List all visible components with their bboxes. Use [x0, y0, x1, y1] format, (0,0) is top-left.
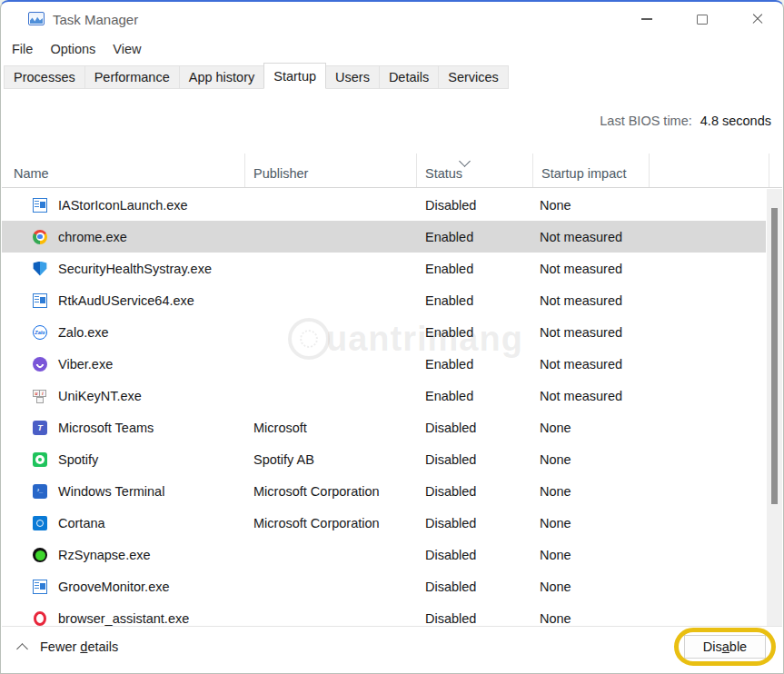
impact-cell: None — [533, 516, 650, 530]
impact-cell: Not measured — [533, 325, 650, 340]
table-row[interactable]: GrooveMonitor.exe Disabled None — [2, 570, 766, 602]
tab-strip: Processes Performance App history Startu… — [5, 63, 509, 89]
impact-cell: Not measured — [533, 389, 650, 403]
menu-options[interactable]: Options — [50, 42, 95, 56]
menu-file[interactable]: File — [12, 42, 33, 56]
startup-item-name: RtkAudUService64.exe — [58, 293, 194, 308]
table-row[interactable]: RtkAudUService64.exe Enabled Not measure… — [2, 284, 766, 316]
column-header-publisher-label: Publisher — [253, 166, 308, 181]
table-row[interactable]: UniKeyNT.exe Enabled Not measured — [2, 380, 766, 411]
last-bios-value: 4.8 seconds — [700, 114, 771, 128]
security-shield-icon — [33, 262, 47, 276]
status-cell: Disabled — [417, 580, 533, 594]
footer-bar: Fewer details Disable — [2, 626, 782, 672]
impact-cell: None — [533, 452, 650, 467]
close-button[interactable] — [738, 7, 778, 31]
publisher-cell: Spotify AB — [245, 452, 417, 467]
sort-chevron-down-icon — [459, 155, 471, 167]
table-row[interactable]: SecurityHealthSystray.exe Enabled Not me… — [2, 253, 766, 284]
last-bios-label: Last BIOS time: — [600, 114, 692, 128]
tab-app-history[interactable]: App history — [179, 65, 265, 89]
startup-item-name: Spotify — [58, 452, 98, 467]
table-row[interactable]: Windows Terminal Microsoft Corporation D… — [2, 475, 766, 507]
minimize-button[interactable] — [627, 7, 667, 31]
vertical-scrollbar[interactable] — [767, 189, 782, 629]
startup-item-name: Viber.exe — [58, 357, 113, 372]
startup-item-name: UniKeyNT.exe — [58, 389, 142, 403]
status-cell: Enabled — [417, 357, 533, 372]
table-row[interactable]: IAStorIconLaunch.exe Disabled None — [2, 189, 766, 221]
last-bios-time: Last BIOS time: 4.8 seconds — [600, 114, 771, 128]
column-header-publisher[interactable]: Publisher — [245, 154, 417, 187]
table-row[interactable]: Viber.exe Enabled Not measured — [2, 348, 766, 380]
spotify-icon — [33, 452, 47, 467]
task-manager-app-icon — [28, 12, 45, 25]
table-row[interactable]: Spotify Spotify AB Disabled None — [2, 443, 766, 475]
impact-cell: Not measured — [533, 357, 650, 372]
startup-item-name: RzSynapse.exe — [58, 548, 151, 562]
close-icon — [751, 13, 764, 25]
publisher-cell: Microsoft — [245, 421, 417, 435]
tab-services[interactable]: Services — [438, 65, 509, 89]
fewer-details-label: Fewer details — [40, 639, 118, 654]
razer-synapse-icon — [33, 548, 47, 562]
window-controls — [627, 7, 778, 31]
column-header-status[interactable]: Status — [417, 154, 533, 187]
tab-startup[interactable]: Startup — [263, 63, 326, 89]
table-row[interactable]: Cortana Microsoft Corporation Disabled N… — [2, 507, 766, 539]
tab-details[interactable]: Details — [379, 65, 439, 89]
table-row[interactable]: Microsoft Teams Microsoft Disabled None — [2, 411, 766, 443]
status-cell: Disabled — [417, 452, 533, 467]
column-header-startup-impact[interactable]: Startup impact — [533, 154, 650, 187]
column-header-filler — [650, 154, 769, 187]
column-header-startup-impact-label: Startup impact — [541, 166, 627, 181]
tab-performance[interactable]: Performance — [84, 65, 180, 89]
fewer-details-toggle[interactable]: Fewer details — [18, 639, 118, 654]
table-row[interactable]: RzSynapse.exe Disabled None — [2, 539, 766, 570]
startup-item-name: Microsoft Teams — [58, 421, 154, 435]
startup-items-list: IAStorIconLaunch.exe Disabled None chrom… — [2, 189, 782, 629]
startup-item-name: GrooveMonitor.exe — [58, 580, 170, 594]
maximize-button[interactable] — [682, 7, 722, 31]
impact-cell: None — [533, 484, 650, 499]
status-cell: Enabled — [417, 293, 533, 308]
status-cell: Enabled — [417, 325, 533, 340]
chevron-up-icon — [16, 643, 28, 655]
opera-icon — [34, 611, 46, 626]
status-cell: Enabled — [417, 230, 533, 244]
impact-cell: None — [533, 421, 650, 435]
publisher-cell: Microsoft Corporation — [245, 484, 417, 499]
status-cell: Disabled — [417, 516, 533, 530]
tab-processes[interactable]: Processes — [4, 65, 85, 89]
impact-cell: None — [533, 611, 650, 626]
startup-item-name: Zalo.exe — [58, 325, 109, 340]
column-header-name[interactable]: Name — [2, 154, 245, 187]
impact-cell: Not measured — [533, 293, 650, 308]
startup-item-name: Windows Terminal — [58, 484, 164, 499]
table-row[interactable]: Zalo.exe Enabled Not measured — [2, 316, 766, 348]
disable-button-label: Disable — [703, 639, 747, 654]
maximize-icon — [697, 15, 708, 25]
table-row-selected[interactable]: chrome.exe Enabled Not measured — [2, 221, 766, 253]
disable-button[interactable]: Disable — [684, 635, 766, 659]
cortana-icon — [33, 516, 47, 530]
column-header-status-label: Status — [425, 166, 462, 181]
tab-users[interactable]: Users — [325, 65, 380, 89]
zalo-icon — [33, 325, 47, 340]
impact-cell: Not measured — [533, 262, 650, 276]
impact-cell: None — [533, 198, 650, 213]
impact-cell: None — [533, 548, 650, 562]
table-header: Name Publisher Status Startup impact — [2, 154, 782, 188]
startup-item-name: chrome.exe — [58, 230, 127, 244]
startup-item-name: SecurityHealthSystray.exe — [58, 262, 212, 276]
status-cell: Disabled — [417, 421, 533, 435]
minimize-icon — [641, 18, 652, 19]
status-cell: Disabled — [417, 198, 533, 213]
teams-icon — [33, 421, 47, 435]
scrollbar-thumb[interactable] — [771, 208, 778, 504]
startup-item-name: Cortana — [58, 516, 105, 530]
menu-view[interactable]: View — [113, 42, 141, 56]
table-row[interactable]: browser_assistant.exe Disabled None — [2, 602, 766, 629]
title-bar: Task Manager — [1, 2, 783, 36]
publisher-cell: Microsoft Corporation — [245, 516, 417, 530]
